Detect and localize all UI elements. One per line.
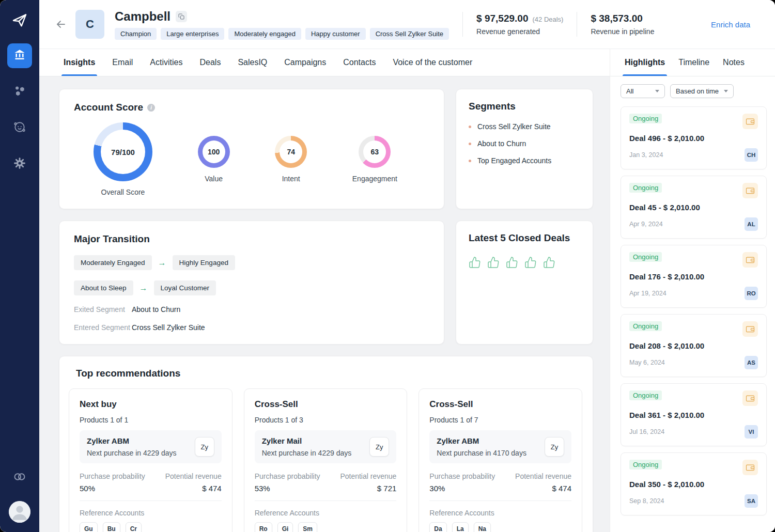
- tab-salesiq[interactable]: SalesIQ: [238, 49, 267, 76]
- enrich-data-link[interactable]: Enrich data: [711, 20, 750, 29]
- reference-account-chip[interactable]: Na: [474, 522, 491, 532]
- account-score-card: Account Score i 79/100 Overall Score: [59, 89, 444, 209]
- tab-contacts[interactable]: Contacts: [343, 49, 376, 76]
- thumbs-up-icon[interactable]: [469, 256, 481, 271]
- reference-account-chip[interactable]: La: [452, 522, 469, 532]
- deal-title: Deal 45 - $ 2,010.00: [629, 203, 758, 212]
- copy-icon[interactable]: [176, 11, 187, 22]
- tab-campaigns[interactable]: Campaigns: [284, 49, 326, 76]
- tag-happy-customer: Happy customer: [305, 28, 366, 40]
- thumbs-up-icon[interactable]: [487, 256, 500, 271]
- wallet-icon: [742, 321, 758, 337]
- segment-item[interactable]: Top Engaged Accounts: [469, 157, 580, 165]
- deal-date: Jul 16, 2024: [629, 428, 664, 435]
- tab-email[interactable]: Email: [112, 49, 133, 76]
- products-counter: Products 1 of 1: [80, 416, 222, 424]
- tab-highlights[interactable]: Highlights: [625, 49, 665, 76]
- revenue-pipeline-label: Revenue in pipeline: [591, 27, 654, 36]
- filter-all-dropdown[interactable]: All: [621, 84, 665, 98]
- deal-date: Apr 19, 2024: [629, 290, 667, 297]
- tab-activities[interactable]: Activities: [150, 49, 182, 76]
- segment-item[interactable]: Cross Sell Zylker Suite: [469, 122, 580, 131]
- product-name: Zylker ABM: [87, 436, 177, 445]
- reference-account-chip[interactable]: Sm: [298, 522, 317, 532]
- tab-insights[interactable]: Insights: [64, 49, 95, 76]
- product-row[interactable]: Zylker ABM Next purchase in 4170 days Zy: [429, 430, 571, 463]
- info-icon[interactable]: i: [147, 104, 155, 112]
- potential-revenue-value: $ 474: [515, 484, 571, 493]
- closed-deals-card: Latest 5 Closed Deals: [456, 221, 593, 345]
- sidebar: [0, 0, 39, 532]
- sidebar-item-segments[interactable]: [7, 80, 32, 104]
- revenue-pipeline-amount: $ 38,573.00: [591, 13, 642, 24]
- reference-account-chip[interactable]: Da: [429, 522, 446, 532]
- thumbs-up-icon[interactable]: [543, 256, 555, 271]
- owner-initials-badge: AL: [745, 217, 758, 231]
- panel-tabs: Highlights Timeline Notes: [610, 49, 775, 76]
- transition-from: About to Sleep: [74, 280, 133, 295]
- insights-content: Account Score i 79/100 Overall Score: [39, 76, 610, 532]
- entered-segment-label: Entered Segment: [74, 323, 132, 332]
- page-title: Campbell: [115, 9, 171, 24]
- sidebar-item-zia-assistant[interactable]: [7, 116, 32, 140]
- reference-account-chip[interactable]: Bu: [103, 522, 120, 532]
- reference-account-chip[interactable]: Gi: [277, 522, 293, 532]
- value-score-value: 100: [208, 148, 220, 156]
- gear-icon: [13, 157, 26, 172]
- major-transition-card: Major Transition Moderately Engaged → Hi…: [59, 221, 444, 345]
- thumbs-up-icon[interactable]: [524, 256, 537, 271]
- account-avatar: C: [75, 10, 104, 39]
- score-donuts: 79/100 Overall Score 100 Value: [74, 113, 429, 196]
- highlight-deal-card[interactable]: Ongoing Deal 176 - $ 2,010.00 Apr 19, 20…: [621, 245, 767, 308]
- highlight-deal-card[interactable]: Ongoing Deal 496 - $ 2,010.00 Jan 3, 202…: [621, 106, 767, 169]
- deal-title: Deal 361 - $ 2,010.00: [629, 411, 758, 419]
- owner-initials-badge: AS: [745, 356, 758, 369]
- divider: [577, 12, 577, 37]
- transition-row: Moderately Engaged → Highly Engaged: [74, 255, 429, 270]
- top-recommendations-card: Top recommendations Next buy Products 1 …: [59, 356, 593, 532]
- tab-notes[interactable]: Notes: [723, 49, 745, 76]
- linked-rings-icon[interactable]: [12, 469, 27, 487]
- highlight-deal-card[interactable]: Ongoing Deal 361 - $ 2,010.00 Jul 16, 20…: [621, 383, 767, 446]
- metric-overall-score: 79/100 Overall Score: [94, 122, 152, 196]
- reference-account-chip[interactable]: Ro: [255, 522, 272, 532]
- status-badge: Ongoing: [629, 390, 662, 400]
- metric-value: 100 Value: [198, 136, 230, 183]
- engagement-score-value: 63: [371, 148, 379, 156]
- module-tabs: Insights Email Activities Deals SalesIQ …: [39, 49, 610, 76]
- segment-item[interactable]: About to Churn: [469, 139, 580, 148]
- sidebar-item-settings[interactable]: [7, 152, 32, 177]
- user-avatar[interactable]: [9, 501, 30, 523]
- tab-voice-of-the-customer[interactable]: Voice of the customer: [393, 49, 472, 76]
- purchase-probability-value: 53%: [255, 484, 320, 493]
- potential-revenue-value: $ 721: [340, 484, 396, 493]
- reference-account-chip[interactable]: Cr: [126, 522, 142, 532]
- product-row[interactable]: Zylker Mail Next purchase in 4229 days Z…: [255, 430, 397, 463]
- filter-based-on-time-dropdown[interactable]: Based on time: [670, 84, 734, 98]
- sidebar-item-accounts[interactable]: [7, 43, 32, 68]
- highlight-deal-card[interactable]: Ongoing Deal 350 - $ 2,010.00 Sep 8, 202…: [621, 452, 767, 515]
- thumbs-up-icon[interactable]: [506, 256, 518, 271]
- tag-moderately-engaged: Moderately engaged: [228, 28, 301, 40]
- recommendation-type: Next buy: [80, 399, 222, 410]
- transition-from: Moderately Engaged: [74, 255, 152, 270]
- product-row[interactable]: Zylker ABM Next purchase in 4229 days Zy: [80, 430, 222, 463]
- back-arrow-icon[interactable]: [52, 15, 70, 34]
- intent-score-value: 74: [287, 148, 295, 156]
- reference-account-chip[interactable]: Gu: [80, 522, 98, 532]
- highlight-deal-card[interactable]: Ongoing Deal 45 - $ 2,010.00 Apr 9, 2024…: [621, 176, 767, 239]
- segments-title: Segments: [469, 101, 516, 112]
- wallet-icon: [742, 114, 758, 129]
- product-name: Zylker ABM: [437, 436, 526, 445]
- bullet-dot: [469, 126, 471, 128]
- tab-timeline[interactable]: Timeline: [678, 49, 709, 76]
- app-window: C Campbell Champion Large enterprises Mo…: [0, 0, 775, 532]
- highlight-deal-card[interactable]: Ongoing Deal 208 - $ 2,010.00 May 6, 202…: [621, 314, 767, 377]
- send-logo-icon[interactable]: [11, 11, 28, 31]
- deal-date: Sep 8, 2024: [629, 497, 664, 505]
- wallet-icon: [742, 252, 758, 268]
- revenue-generated-block: $ 97,529.00 (42 Deals) Revenue generated: [476, 13, 563, 36]
- potential-revenue-value: $ 474: [165, 484, 222, 493]
- tab-deals[interactable]: Deals: [199, 49, 221, 76]
- status-badge: Ongoing: [629, 183, 662, 193]
